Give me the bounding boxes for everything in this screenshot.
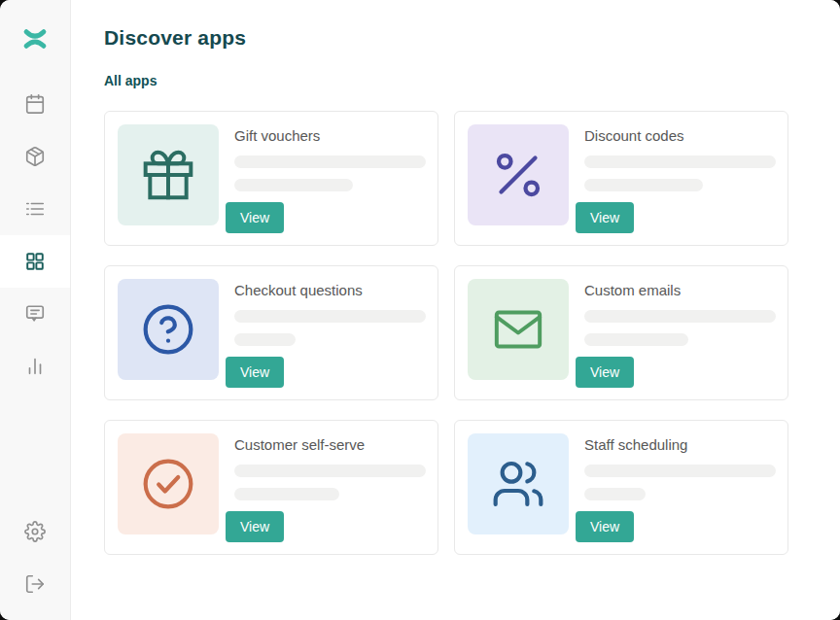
sidebar-item-logout[interactable] — [0, 558, 70, 610]
sidebar-item-messages[interactable] — [0, 288, 70, 340]
app-icon-tile — [118, 433, 219, 534]
sidebar-spacer — [0, 393, 70, 505]
list-icon — [24, 198, 46, 220]
app-card-discount-codes: Discount codes View — [454, 111, 788, 246]
placeholder-bar — [234, 465, 426, 477]
placeholder-bar — [234, 179, 353, 191]
calendar-icon — [24, 93, 46, 115]
placeholder-bar — [584, 488, 646, 500]
view-button[interactable]: View — [226, 357, 284, 388]
mail-icon — [491, 302, 545, 357]
check-circle-icon — [141, 457, 195, 511]
app-icon-tile — [468, 124, 569, 225]
question-circle-icon — [141, 302, 195, 357]
sidebar-item-settings[interactable] — [0, 505, 70, 558]
placeholder-bar — [584, 465, 776, 477]
gift-icon — [141, 148, 195, 202]
app-card-staff-scheduling: Staff scheduling View — [454, 420, 788, 555]
sidebar-item-products[interactable] — [0, 130, 70, 183]
app-card-title: Custom emails — [576, 282, 776, 299]
brand-logo[interactable] — [0, 0, 70, 78]
view-button[interactable]: View — [576, 511, 634, 542]
app-window: Discover apps All apps Gift vouchers Vie… — [0, 0, 840, 620]
app-card-title: Checkout questions — [226, 282, 426, 299]
sidebar — [0, 0, 71, 620]
package-icon — [24, 146, 46, 167]
sidebar-item-calendar[interactable] — [0, 78, 70, 130]
app-icon-tile — [468, 433, 569, 534]
section-label-all-apps: All apps — [104, 72, 840, 89]
message-icon — [24, 303, 46, 325]
placeholder-bar — [234, 155, 426, 168]
placeholder-bar — [584, 310, 776, 323]
page-title: Discover apps — [104, 25, 840, 51]
app-card-custom-emails: Custom emails View — [454, 265, 788, 400]
placeholder-bar — [234, 310, 426, 323]
placeholder-bar — [234, 333, 296, 346]
placeholder-bar — [584, 333, 688, 346]
app-card-gift-vouchers: Gift vouchers View — [104, 111, 438, 246]
gear-icon — [24, 521, 46, 542]
app-card-title: Discount codes — [576, 127, 776, 145]
grid-icon — [24, 251, 46, 272]
app-card-customer-self-serve: Customer self-serve View — [104, 420, 438, 555]
bar-chart-icon — [24, 356, 46, 377]
sidebar-item-list[interactable] — [0, 183, 70, 235]
brand-x-logo-icon — [20, 26, 50, 52]
view-button[interactable]: View — [226, 511, 284, 542]
sidebar-item-apps[interactable] — [0, 235, 70, 288]
view-button[interactable]: View — [576, 357, 634, 388]
app-card-title: Staff scheduling — [576, 436, 776, 454]
placeholder-bar — [234, 488, 339, 500]
percent-icon — [489, 146, 547, 204]
app-icon-tile — [118, 124, 219, 225]
view-button[interactable]: View — [576, 202, 634, 233]
sidebar-footer — [0, 505, 70, 610]
app-icon-tile — [468, 279, 569, 380]
apps-grid: Gift vouchers View Discount codes — [104, 111, 840, 555]
main-content: Discover apps All apps Gift vouchers Vie… — [71, 0, 840, 620]
sidebar-item-reports[interactable] — [0, 340, 70, 393]
app-card-title: Customer self-serve — [226, 436, 426, 454]
app-icon-tile — [118, 279, 219, 380]
logout-icon — [24, 573, 46, 595]
app-card-checkout-questions: Checkout questions View — [104, 265, 438, 400]
users-icon — [491, 457, 545, 511]
placeholder-bar — [584, 155, 776, 168]
view-button[interactable]: View — [226, 202, 284, 233]
placeholder-bar — [584, 179, 703, 191]
app-card-title: Gift vouchers — [226, 127, 426, 145]
